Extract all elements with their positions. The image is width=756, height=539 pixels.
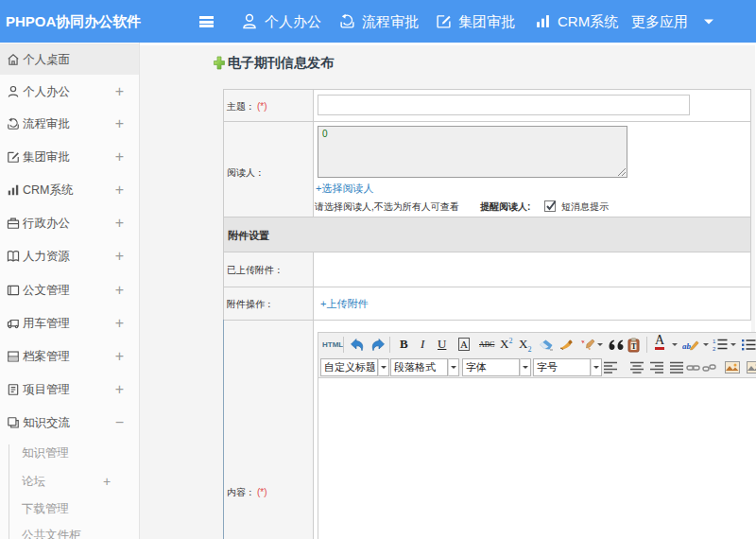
svg-text:T: T	[631, 342, 637, 351]
svg-text:2: 2	[713, 346, 716, 352]
svg-text:1: 1	[713, 339, 716, 344]
svg-text:ab: ab	[682, 341, 692, 351]
